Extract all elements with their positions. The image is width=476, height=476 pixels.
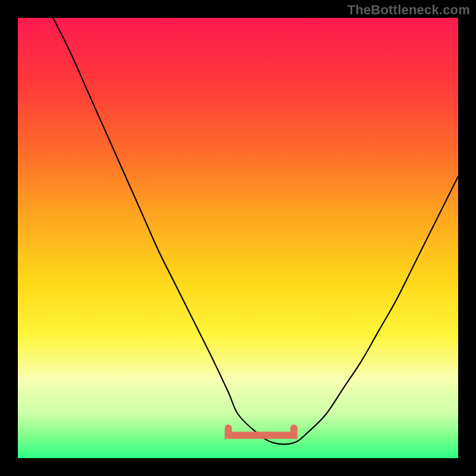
chart-frame: TheBottleneck.com [0,0,476,476]
chart-svg [18,18,458,458]
chart-plot-area [18,18,458,458]
attribution-text: TheBottleneck.com [347,2,470,18]
